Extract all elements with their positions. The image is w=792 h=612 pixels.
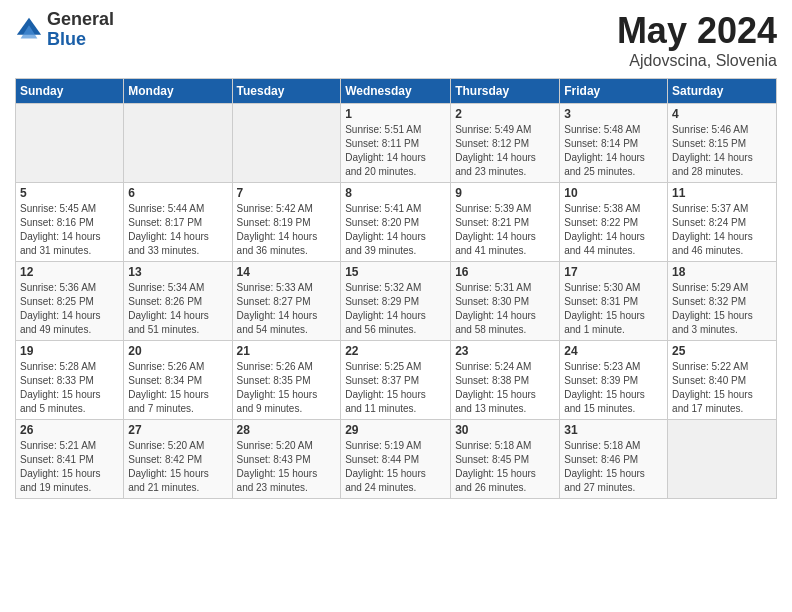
calendar-day-cell: 3Sunrise: 5:48 AM Sunset: 8:14 PM Daylig… <box>560 104 668 183</box>
calendar-day-cell: 9Sunrise: 5:39 AM Sunset: 8:21 PM Daylig… <box>451 183 560 262</box>
calendar-day-cell <box>124 104 232 183</box>
day-info: Sunrise: 5:51 AM Sunset: 8:11 PM Dayligh… <box>345 123 446 179</box>
day-info: Sunrise: 5:29 AM Sunset: 8:32 PM Dayligh… <box>672 281 772 337</box>
day-number: 16 <box>455 265 555 279</box>
calendar-day-cell: 21Sunrise: 5:26 AM Sunset: 8:35 PM Dayli… <box>232 341 341 420</box>
header: General Blue May 2024 Ajdovscina, Sloven… <box>15 10 777 70</box>
day-info: Sunrise: 5:19 AM Sunset: 8:44 PM Dayligh… <box>345 439 446 495</box>
calendar-day-cell: 7Sunrise: 5:42 AM Sunset: 8:19 PM Daylig… <box>232 183 341 262</box>
day-info: Sunrise: 5:28 AM Sunset: 8:33 PM Dayligh… <box>20 360 119 416</box>
calendar-day-cell: 22Sunrise: 5:25 AM Sunset: 8:37 PM Dayli… <box>341 341 451 420</box>
day-number: 18 <box>672 265 772 279</box>
calendar-day-cell: 6Sunrise: 5:44 AM Sunset: 8:17 PM Daylig… <box>124 183 232 262</box>
day-number: 31 <box>564 423 663 437</box>
calendar-table: SundayMondayTuesdayWednesdayThursdayFrid… <box>15 78 777 499</box>
day-info: Sunrise: 5:48 AM Sunset: 8:14 PM Dayligh… <box>564 123 663 179</box>
day-info: Sunrise: 5:32 AM Sunset: 8:29 PM Dayligh… <box>345 281 446 337</box>
day-number: 27 <box>128 423 227 437</box>
page: General Blue May 2024 Ajdovscina, Sloven… <box>0 0 792 612</box>
calendar-week-row: 1Sunrise: 5:51 AM Sunset: 8:11 PM Daylig… <box>16 104 777 183</box>
day-number: 3 <box>564 107 663 121</box>
calendar-day-cell: 4Sunrise: 5:46 AM Sunset: 8:15 PM Daylig… <box>668 104 777 183</box>
logo-general-label: General <box>47 10 114 30</box>
calendar-day-cell: 29Sunrise: 5:19 AM Sunset: 8:44 PM Dayli… <box>341 420 451 499</box>
calendar-day-cell: 8Sunrise: 5:41 AM Sunset: 8:20 PM Daylig… <box>341 183 451 262</box>
calendar-week-row: 19Sunrise: 5:28 AM Sunset: 8:33 PM Dayli… <box>16 341 777 420</box>
day-number: 9 <box>455 186 555 200</box>
day-of-week-header: Tuesday <box>232 79 341 104</box>
calendar-day-cell: 27Sunrise: 5:20 AM Sunset: 8:42 PM Dayli… <box>124 420 232 499</box>
title-location: Ajdovscina, Slovenia <box>617 52 777 70</box>
day-info: Sunrise: 5:33 AM Sunset: 8:27 PM Dayligh… <box>237 281 337 337</box>
calendar-day-cell: 11Sunrise: 5:37 AM Sunset: 8:24 PM Dayli… <box>668 183 777 262</box>
calendar-day-cell: 10Sunrise: 5:38 AM Sunset: 8:22 PM Dayli… <box>560 183 668 262</box>
day-of-week-header: Monday <box>124 79 232 104</box>
day-info: Sunrise: 5:21 AM Sunset: 8:41 PM Dayligh… <box>20 439 119 495</box>
day-number: 1 <box>345 107 446 121</box>
calendar-day-cell: 15Sunrise: 5:32 AM Sunset: 8:29 PM Dayli… <box>341 262 451 341</box>
day-number: 6 <box>128 186 227 200</box>
day-number: 10 <box>564 186 663 200</box>
logo-icon <box>15 16 43 44</box>
day-number: 11 <box>672 186 772 200</box>
calendar-day-cell: 19Sunrise: 5:28 AM Sunset: 8:33 PM Dayli… <box>16 341 124 420</box>
day-number: 28 <box>237 423 337 437</box>
day-of-week-header: Wednesday <box>341 79 451 104</box>
calendar-day-cell: 26Sunrise: 5:21 AM Sunset: 8:41 PM Dayli… <box>16 420 124 499</box>
day-number: 17 <box>564 265 663 279</box>
day-number: 15 <box>345 265 446 279</box>
day-info: Sunrise: 5:26 AM Sunset: 8:34 PM Dayligh… <box>128 360 227 416</box>
day-info: Sunrise: 5:37 AM Sunset: 8:24 PM Dayligh… <box>672 202 772 258</box>
day-number: 23 <box>455 344 555 358</box>
day-info: Sunrise: 5:38 AM Sunset: 8:22 PM Dayligh… <box>564 202 663 258</box>
day-info: Sunrise: 5:49 AM Sunset: 8:12 PM Dayligh… <box>455 123 555 179</box>
day-info: Sunrise: 5:34 AM Sunset: 8:26 PM Dayligh… <box>128 281 227 337</box>
logo: General Blue <box>15 10 114 50</box>
day-info: Sunrise: 5:36 AM Sunset: 8:25 PM Dayligh… <box>20 281 119 337</box>
day-number: 14 <box>237 265 337 279</box>
calendar-week-row: 5Sunrise: 5:45 AM Sunset: 8:16 PM Daylig… <box>16 183 777 262</box>
calendar-day-cell: 20Sunrise: 5:26 AM Sunset: 8:34 PM Dayli… <box>124 341 232 420</box>
day-number: 25 <box>672 344 772 358</box>
calendar-day-cell: 14Sunrise: 5:33 AM Sunset: 8:27 PM Dayli… <box>232 262 341 341</box>
day-info: Sunrise: 5:31 AM Sunset: 8:30 PM Dayligh… <box>455 281 555 337</box>
day-info: Sunrise: 5:39 AM Sunset: 8:21 PM Dayligh… <box>455 202 555 258</box>
day-number: 20 <box>128 344 227 358</box>
day-number: 21 <box>237 344 337 358</box>
day-info: Sunrise: 5:18 AM Sunset: 8:46 PM Dayligh… <box>564 439 663 495</box>
day-number: 22 <box>345 344 446 358</box>
day-number: 7 <box>237 186 337 200</box>
day-info: Sunrise: 5:30 AM Sunset: 8:31 PM Dayligh… <box>564 281 663 337</box>
day-info: Sunrise: 5:41 AM Sunset: 8:20 PM Dayligh… <box>345 202 446 258</box>
day-number: 24 <box>564 344 663 358</box>
calendar-day-cell: 31Sunrise: 5:18 AM Sunset: 8:46 PM Dayli… <box>560 420 668 499</box>
calendar-day-cell <box>668 420 777 499</box>
day-of-week-header: Friday <box>560 79 668 104</box>
day-info: Sunrise: 5:44 AM Sunset: 8:17 PM Dayligh… <box>128 202 227 258</box>
day-info: Sunrise: 5:26 AM Sunset: 8:35 PM Dayligh… <box>237 360 337 416</box>
day-number: 26 <box>20 423 119 437</box>
day-of-week-header: Sunday <box>16 79 124 104</box>
day-info: Sunrise: 5:22 AM Sunset: 8:40 PM Dayligh… <box>672 360 772 416</box>
day-info: Sunrise: 5:20 AM Sunset: 8:42 PM Dayligh… <box>128 439 227 495</box>
calendar-header-row: SundayMondayTuesdayWednesdayThursdayFrid… <box>16 79 777 104</box>
calendar-day-cell: 18Sunrise: 5:29 AM Sunset: 8:32 PM Dayli… <box>668 262 777 341</box>
title-month: May 2024 <box>617 10 777 52</box>
day-info: Sunrise: 5:23 AM Sunset: 8:39 PM Dayligh… <box>564 360 663 416</box>
calendar-day-cell: 16Sunrise: 5:31 AM Sunset: 8:30 PM Dayli… <box>451 262 560 341</box>
day-number: 29 <box>345 423 446 437</box>
calendar-day-cell: 23Sunrise: 5:24 AM Sunset: 8:38 PM Dayli… <box>451 341 560 420</box>
calendar-day-cell: 13Sunrise: 5:34 AM Sunset: 8:26 PM Dayli… <box>124 262 232 341</box>
logo-blue-label: Blue <box>47 30 114 50</box>
calendar-day-cell: 2Sunrise: 5:49 AM Sunset: 8:12 PM Daylig… <box>451 104 560 183</box>
calendar-week-row: 12Sunrise: 5:36 AM Sunset: 8:25 PM Dayli… <box>16 262 777 341</box>
day-info: Sunrise: 5:42 AM Sunset: 8:19 PM Dayligh… <box>237 202 337 258</box>
day-info: Sunrise: 5:24 AM Sunset: 8:38 PM Dayligh… <box>455 360 555 416</box>
calendar-day-cell: 25Sunrise: 5:22 AM Sunset: 8:40 PM Dayli… <box>668 341 777 420</box>
day-info: Sunrise: 5:20 AM Sunset: 8:43 PM Dayligh… <box>237 439 337 495</box>
calendar-day-cell: 30Sunrise: 5:18 AM Sunset: 8:45 PM Dayli… <box>451 420 560 499</box>
calendar-day-cell <box>232 104 341 183</box>
day-number: 13 <box>128 265 227 279</box>
calendar-day-cell <box>16 104 124 183</box>
day-number: 2 <box>455 107 555 121</box>
